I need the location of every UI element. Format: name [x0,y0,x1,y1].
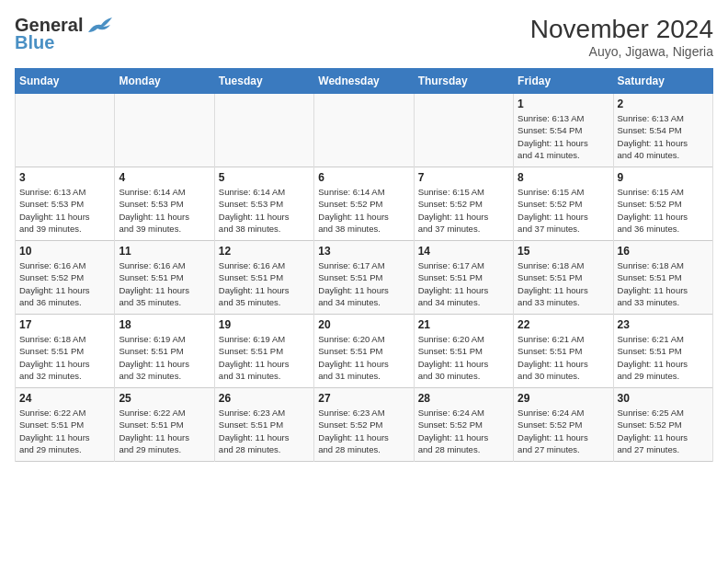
calendar-cell: 7Sunrise: 6:15 AM Sunset: 5:52 PM Daylig… [414,167,513,241]
day-info: Sunrise: 6:13 AM Sunset: 5:54 PM Dayligh… [518,112,609,161]
day-number: 25 [119,392,210,405]
day-info: Sunrise: 6:18 AM Sunset: 5:51 PM Dayligh… [618,259,709,308]
calendar-cell: 17Sunrise: 6:18 AM Sunset: 5:51 PM Dayli… [16,315,115,388]
day-info: Sunrise: 6:17 AM Sunset: 5:51 PM Dayligh… [418,259,509,308]
logo-blue: Blue [15,32,54,53]
day-info: Sunrise: 6:13 AM Sunset: 5:54 PM Dayligh… [618,112,709,161]
calendar-cell: 8Sunrise: 6:15 AM Sunset: 5:52 PM Daylig… [514,167,613,241]
day-number: 11 [119,245,210,258]
day-info: Sunrise: 6:13 AM Sunset: 5:53 PM Dayligh… [19,186,110,235]
weekday-header: Thursday [414,69,513,94]
day-info: Sunrise: 6:20 AM Sunset: 5:51 PM Dayligh… [318,333,409,382]
calendar-cell: 16Sunrise: 6:18 AM Sunset: 5:51 PM Dayli… [613,241,712,315]
calendar-cell: 20Sunrise: 6:20 AM Sunset: 5:51 PM Dayli… [314,315,414,388]
day-number: 7 [418,171,509,184]
day-info: Sunrise: 6:25 AM Sunset: 5:52 PM Dayligh… [618,407,709,455]
calendar-cell: 5Sunrise: 6:14 AM Sunset: 5:53 PM Daylig… [214,167,313,241]
day-info: Sunrise: 6:21 AM Sunset: 5:51 PM Dayligh… [618,333,709,382]
calendar-cell [16,94,115,167]
calendar-cell: 19Sunrise: 6:19 AM Sunset: 5:51 PM Dayli… [214,315,313,388]
day-info: Sunrise: 6:20 AM Sunset: 5:51 PM Dayligh… [418,333,509,382]
day-number: 8 [518,171,609,184]
calendar-cell: 23Sunrise: 6:21 AM Sunset: 5:51 PM Dayli… [613,315,712,388]
day-number: 30 [618,392,709,405]
calendar-cell [115,94,214,167]
calendar-cell: 11Sunrise: 6:16 AM Sunset: 5:51 PM Dayli… [115,241,214,315]
calendar-cell: 4Sunrise: 6:14 AM Sunset: 5:53 PM Daylig… [115,167,214,241]
calendar-cell: 12Sunrise: 6:16 AM Sunset: 5:51 PM Dayli… [214,241,313,315]
day-number: 15 [518,245,609,258]
day-info: Sunrise: 6:24 AM Sunset: 5:52 PM Dayligh… [518,407,609,455]
calendar-cell: 24Sunrise: 6:22 AM Sunset: 5:51 PM Dayli… [16,388,115,462]
day-info: Sunrise: 6:16 AM Sunset: 5:51 PM Dayligh… [219,259,310,308]
weekday-header: Friday [514,69,613,94]
calendar-cell: 18Sunrise: 6:19 AM Sunset: 5:51 PM Dayli… [115,315,214,388]
calendar-cell: 27Sunrise: 6:23 AM Sunset: 5:52 PM Dayli… [314,388,414,462]
page-header: General Blue November 2024 Auyo, Jigawa,… [15,15,713,59]
day-info: Sunrise: 6:24 AM Sunset: 5:52 PM Dayligh… [418,407,509,455]
calendar-cell: 28Sunrise: 6:24 AM Sunset: 5:52 PM Dayli… [414,388,513,462]
calendar-cell: 29Sunrise: 6:24 AM Sunset: 5:52 PM Dayli… [514,388,613,462]
calendar-cell: 1Sunrise: 6:13 AM Sunset: 5:54 PM Daylig… [514,94,613,167]
day-info: Sunrise: 6:15 AM Sunset: 5:52 PM Dayligh… [418,186,509,235]
day-number: 27 [318,392,409,405]
day-info: Sunrise: 6:16 AM Sunset: 5:52 PM Dayligh… [19,259,110,308]
day-number: 21 [418,318,509,331]
calendar-cell: 21Sunrise: 6:20 AM Sunset: 5:51 PM Dayli… [414,315,513,388]
calendar-cell: 15Sunrise: 6:18 AM Sunset: 5:51 PM Dayli… [514,241,613,315]
day-number: 14 [418,245,509,258]
day-info: Sunrise: 6:23 AM Sunset: 5:51 PM Dayligh… [219,407,310,455]
day-number: 23 [618,318,709,331]
day-number: 9 [618,171,709,184]
day-info: Sunrise: 6:18 AM Sunset: 5:51 PM Dayligh… [19,333,110,382]
weekday-header: Tuesday [214,69,313,94]
calendar-cell: 9Sunrise: 6:15 AM Sunset: 5:52 PM Daylig… [613,167,712,241]
title-block: November 2024 Auyo, Jigawa, Nigeria [530,15,713,59]
calendar-week-row: 10Sunrise: 6:16 AM Sunset: 5:52 PM Dayli… [16,241,713,315]
day-info: Sunrise: 6:22 AM Sunset: 5:51 PM Dayligh… [119,407,210,455]
day-info: Sunrise: 6:14 AM Sunset: 5:53 PM Dayligh… [219,186,310,235]
day-number: 26 [219,392,310,405]
weekday-header: Sunday [16,69,115,94]
day-number: 18 [119,318,210,331]
day-info: Sunrise: 6:16 AM Sunset: 5:51 PM Dayligh… [119,259,210,308]
day-info: Sunrise: 6:15 AM Sunset: 5:52 PM Dayligh… [618,186,709,235]
calendar-table: SundayMondayTuesdayWednesdayThursdayFrid… [15,68,713,462]
day-number: 28 [418,392,509,405]
day-info: Sunrise: 6:23 AM Sunset: 5:52 PM Dayligh… [318,407,409,455]
day-number: 2 [618,98,709,110]
calendar-cell [214,94,313,167]
day-info: Sunrise: 6:15 AM Sunset: 5:52 PM Dayligh… [518,186,609,235]
calendar-cell [414,94,513,167]
day-number: 13 [318,245,409,258]
calendar-cell: 14Sunrise: 6:17 AM Sunset: 5:51 PM Dayli… [414,241,513,315]
day-info: Sunrise: 6:22 AM Sunset: 5:51 PM Dayligh… [19,407,110,455]
day-info: Sunrise: 6:14 AM Sunset: 5:53 PM Dayligh… [119,186,210,235]
calendar-cell: 3Sunrise: 6:13 AM Sunset: 5:53 PM Daylig… [16,167,115,241]
day-number: 20 [318,318,409,331]
calendar-cell: 10Sunrise: 6:16 AM Sunset: 5:52 PM Dayli… [16,241,115,315]
day-number: 16 [618,245,709,258]
calendar-cell [314,94,414,167]
logo-bird-icon [86,16,114,36]
day-number: 10 [19,245,110,258]
calendar-cell: 2Sunrise: 6:13 AM Sunset: 5:54 PM Daylig… [613,94,712,167]
day-info: Sunrise: 6:18 AM Sunset: 5:51 PM Dayligh… [518,259,609,308]
calendar-cell: 30Sunrise: 6:25 AM Sunset: 5:52 PM Dayli… [613,388,712,462]
day-info: Sunrise: 6:17 AM Sunset: 5:51 PM Dayligh… [318,259,409,308]
day-number: 1 [518,98,609,110]
calendar-week-row: 24Sunrise: 6:22 AM Sunset: 5:51 PM Dayli… [16,388,713,462]
month-title: November 2024 [530,15,713,44]
weekday-header-row: SundayMondayTuesdayWednesdayThursdayFrid… [16,69,713,94]
day-info: Sunrise: 6:14 AM Sunset: 5:52 PM Dayligh… [318,186,409,235]
day-number: 24 [19,392,110,405]
day-number: 19 [219,318,310,331]
weekday-header: Monday [115,69,214,94]
calendar-week-row: 1Sunrise: 6:13 AM Sunset: 5:54 PM Daylig… [16,94,713,167]
day-number: 6 [318,171,409,184]
day-number: 29 [518,392,609,405]
day-number: 22 [518,318,609,331]
calendar-cell: 22Sunrise: 6:21 AM Sunset: 5:51 PM Dayli… [514,315,613,388]
day-info: Sunrise: 6:19 AM Sunset: 5:51 PM Dayligh… [119,333,210,382]
day-info: Sunrise: 6:21 AM Sunset: 5:51 PM Dayligh… [518,333,609,382]
